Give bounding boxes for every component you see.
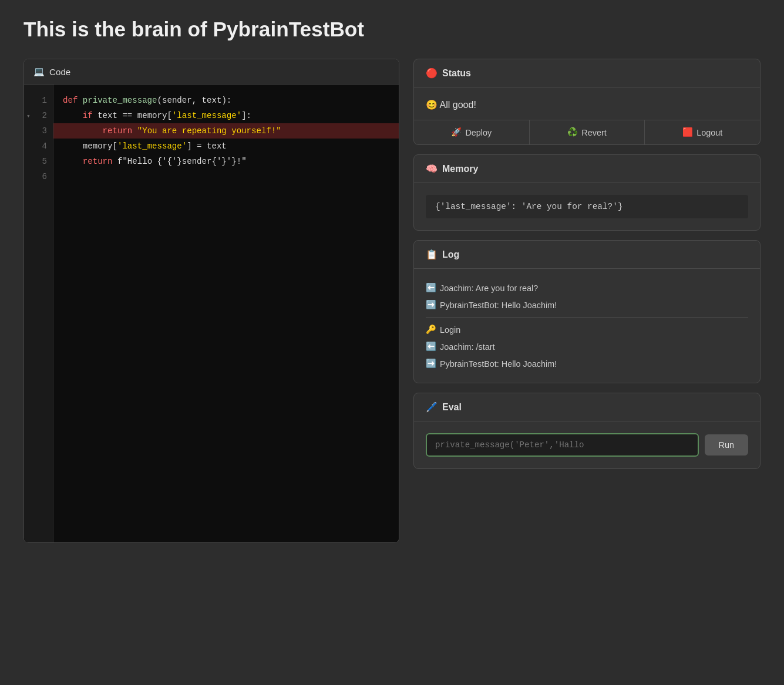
- indent-5: [63, 157, 83, 166]
- text-eq: text == memory[: [97, 111, 172, 120]
- fn-name: private_message: [83, 96, 157, 105]
- status-card: 🔴 Status 😊 All good! 🚀 Deploy ♻️ Revert: [413, 59, 761, 145]
- code-header-label: Code: [49, 67, 70, 77]
- indent-3: [63, 126, 103, 136]
- line-num-3: 3: [24, 123, 53, 139]
- log-icon-4: ⬅️: [426, 342, 436, 352]
- status-ok-label: All good!: [440, 100, 476, 110]
- code-line-3: return "You are repeating yourself!": [53, 123, 399, 139]
- log-entry-1: ⬅️ Joachim: Are you for real?: [426, 281, 748, 295]
- memory-card: 🧠 Memory {'last_message': 'Are you for r…: [413, 154, 761, 231]
- log-header-label: Log: [442, 249, 459, 260]
- logout-icon: 🟥: [682, 127, 693, 137]
- status-card-body: 😊 All good!: [414, 87, 760, 110]
- deploy-icon: 🚀: [451, 127, 462, 137]
- log-icon-5: ➡️: [426, 359, 436, 369]
- log-text-5: PybrainTestBot: Hello Joachim!: [440, 359, 557, 369]
- log-header-icon: 📋: [426, 249, 438, 260]
- kw-return-5: return: [83, 157, 117, 166]
- revert-icon: ♻️: [567, 127, 578, 137]
- log-entry-2: ➡️ PybrainTestBot: Hello Joachim!: [426, 298, 748, 312]
- log-card-header: 📋 Log: [414, 241, 760, 269]
- eval-row: Run: [426, 433, 748, 457]
- log-text-4: Joachim: /start: [440, 342, 495, 352]
- code-panel-header: 💻 Code: [24, 59, 399, 85]
- fstring: f"Hello {'{'}sender{'}'}!": [117, 157, 247, 166]
- log-entry-login: 🔑 Login: [426, 322, 748, 337]
- code-line-1: def private_message(sender, text):: [53, 93, 399, 108]
- code-panel: 💻 Code 1 2 3 4 5 6 def private_message(s…: [23, 59, 399, 543]
- line-num-1: 1: [24, 93, 53, 108]
- run-button[interactable]: Run: [705, 434, 748, 455]
- log-card: 📋 Log ⬅️ Joachim: Are you for real? ➡️ P…: [413, 240, 761, 383]
- code-content: 1 2 3 4 5 6 def private_message(sender, …: [24, 85, 399, 542]
- log-entries: ⬅️ Joachim: Are you for real? ➡️ Pybrain…: [426, 281, 748, 371]
- log-divider: [426, 317, 748, 318]
- kw-return-3: return: [103, 126, 137, 136]
- code-lines: def private_message(sender, text): if te…: [53, 85, 399, 542]
- memory-card-body: {'last_message': 'Are you for real?'}: [414, 183, 760, 230]
- params: sender, text: [162, 96, 221, 105]
- code-line-5: return f"Hello {'{'}sender{'}'}!": [53, 154, 399, 169]
- str-repeating: "You are repeating yourself!": [137, 126, 281, 136]
- status-header-icon: 🔴: [426, 68, 438, 79]
- right-panel: 🔴 Status 😊 All good! 🚀 Deploy ♻️ Revert: [413, 59, 761, 469]
- deploy-label: Deploy: [465, 128, 492, 137]
- memory-header-label: Memory: [442, 164, 478, 174]
- eval-card: 🖊️ Eval Run: [413, 393, 761, 469]
- line-num-5: 5: [24, 154, 53, 169]
- paren-open: (: [157, 96, 162, 105]
- str-last-msg-2: 'last_message': [117, 141, 187, 151]
- log-icon-1: ⬅️: [426, 283, 436, 293]
- indent-4: memory[: [63, 141, 117, 151]
- line-num-4: 4: [24, 139, 53, 154]
- status-header-label: Status: [442, 68, 471, 79]
- code-header-icon: 💻: [33, 66, 45, 77]
- log-entry-4: ⬅️ Joachim: /start: [426, 339, 748, 354]
- main-layout: 💻 Code 1 2 3 4 5 6 def private_message(s…: [23, 59, 761, 543]
- code-line-4: memory['last_message'] = text: [53, 139, 399, 154]
- log-text-1: Joachim: Are you for real?: [440, 284, 538, 293]
- indent-2: [63, 111, 83, 120]
- memory-content: {'last_message': 'Are you for real?'}: [426, 195, 748, 218]
- eval-header-label: Eval: [442, 402, 462, 413]
- log-icon-login: 🔑: [426, 325, 436, 335]
- eval-card-header: 🖊️ Eval: [414, 393, 760, 421]
- paren-close: ):: [221, 96, 231, 105]
- status-card-header: 🔴 Status: [414, 59, 760, 87]
- logout-button[interactable]: 🟥 Logout: [645, 120, 760, 144]
- status-ok-text: 😊 All good!: [426, 99, 748, 110]
- eval-input[interactable]: [426, 433, 699, 457]
- eval-card-body: Run: [414, 421, 760, 468]
- revert-button[interactable]: ♻️ Revert: [530, 120, 645, 144]
- status-buttons: 🚀 Deploy ♻️ Revert 🟥 Logout: [414, 120, 760, 144]
- deploy-button[interactable]: 🚀 Deploy: [414, 120, 530, 144]
- log-card-body: ⬅️ Joachim: Are you for real? ➡️ Pybrain…: [414, 269, 760, 383]
- kw-def: def: [63, 96, 83, 105]
- line-num-2: 2: [24, 108, 53, 123]
- str-last-msg: 'last_message': [172, 111, 241, 120]
- log-text-2: PybrainTestBot: Hello Joachim!: [440, 301, 557, 310]
- line-num-6: 6: [24, 169, 53, 184]
- status-ok-icon: 😊: [426, 100, 438, 110]
- bracket-colon: ]:: [241, 111, 251, 120]
- logout-label: Logout: [696, 128, 722, 137]
- memory-card-header: 🧠 Memory: [414, 155, 760, 183]
- eval-header-icon: 🖊️: [426, 401, 438, 413]
- page-title: This is the brain of PybrainTestBot: [23, 18, 761, 41]
- code-line-6: [53, 169, 399, 184]
- code-line-2: if text == memory['last_message']:: [53, 108, 399, 123]
- line-numbers: 1 2 3 4 5 6: [24, 85, 53, 542]
- memory-header-icon: 🧠: [426, 163, 438, 174]
- log-icon-2: ➡️: [426, 300, 436, 310]
- log-entry-5: ➡️ PybrainTestBot: Hello Joachim!: [426, 356, 748, 371]
- revert-label: Revert: [581, 128, 606, 137]
- kw-if: if: [83, 111, 97, 120]
- log-text-login: Login: [440, 325, 460, 335]
- assign-text: ] = text: [187, 141, 227, 151]
